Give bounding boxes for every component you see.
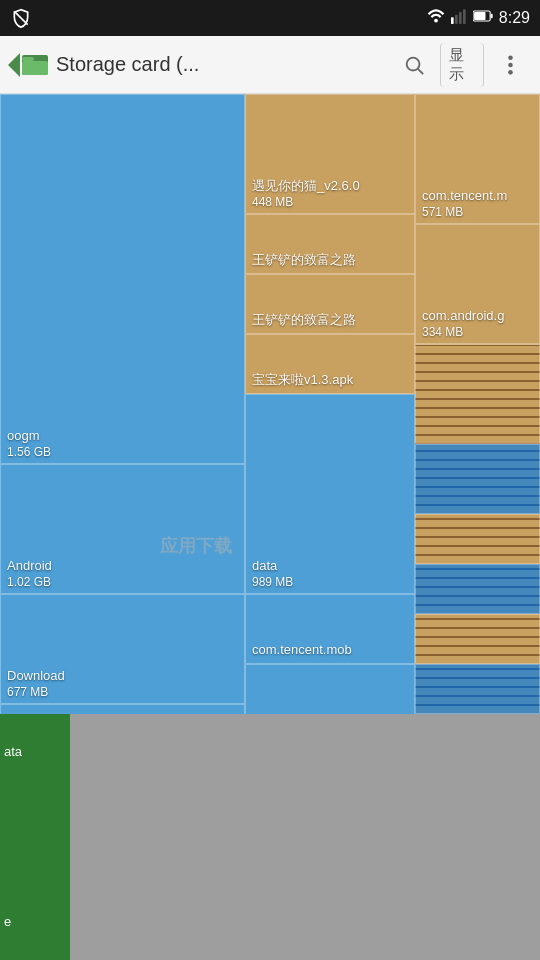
block-label-baobao: 宝宝来啦v1.3.apk [252, 372, 408, 389]
svg-marker-9 [8, 53, 20, 77]
status-bar: 8:29 [0, 0, 540, 36]
treemap-block-right-stripe1[interactable] [415, 344, 540, 444]
data-partial-label: ata [4, 744, 22, 759]
treemap-block-download[interactable]: Download677 MB [0, 594, 245, 704]
svg-rect-4 [459, 12, 462, 24]
block-size-download: 677 MB [7, 685, 238, 699]
toolbar: Storage card (... 显示 [0, 36, 540, 94]
treemap-block-right-stripe4[interactable] [415, 564, 540, 614]
block-label-oogm: oogm [7, 428, 238, 445]
treemap-block-android-right[interactable]: com.android.g334 MB [415, 224, 540, 344]
block-size-android: 1.02 GB [7, 575, 238, 589]
block-label-download: Download [7, 668, 238, 685]
treemap-block-baobao[interactable]: 宝宝来啦v1.3.apk [245, 334, 415, 394]
toolbar-actions: 显示 [392, 43, 532, 87]
wifi-icon [427, 9, 445, 27]
status-icons: 8:29 [427, 8, 530, 28]
time-display: 8:29 [499, 9, 530, 27]
block-label-android: Android [7, 558, 238, 575]
battery-icon [473, 9, 493, 27]
treemap-block-data[interactable]: data989 MB [245, 394, 415, 594]
toolbar-title: Storage card (... [56, 53, 392, 76]
block-size-android-right: 334 MB [422, 325, 533, 339]
block-size-data: 989 MB [252, 575, 408, 589]
treemap-block-wang1[interactable]: 王铲铲的致富之路 [245, 214, 415, 274]
block-label-wang2: 王铲铲的致富之路 [252, 312, 408, 329]
block-size-oogm: 1.56 GB [7, 445, 238, 459]
treemap-block-right-stripe6[interactable] [415, 664, 540, 714]
treemap-block-right-stripe3[interactable] [415, 514, 540, 564]
treemap-block-tencent-mob[interactable]: com.tencent.mob [245, 594, 415, 664]
status-left [10, 7, 32, 29]
svg-rect-12 [22, 61, 48, 75]
e-partial-label: e [4, 914, 11, 929]
block-label-wang1: 王铲铲的致富之路 [252, 252, 408, 269]
svg-point-17 [508, 70, 513, 75]
treemap-block-tencent-right-top[interactable]: com.tencent.m571 MB [415, 94, 540, 224]
more-options-button[interactable] [488, 43, 532, 87]
green-sidebar: ata e [0, 714, 70, 960]
main-content: oogm1.56 GB遇见你的猫_v2.6.0448 MB王铲铲的致富之路王铲铲… [0, 94, 540, 960]
svg-point-1 [434, 19, 438, 23]
treemap-block-android[interactable]: Android1.02 GB [0, 464, 245, 594]
svg-line-14 [418, 69, 423, 74]
treemap-block-wang2[interactable]: 王铲铲的致富之路 [245, 274, 415, 334]
block-label-tencent-right-top: com.tencent.m [422, 188, 533, 205]
app-logo [8, 47, 48, 83]
svg-rect-7 [474, 12, 485, 20]
block-label-android-right: com.android.g [422, 308, 533, 325]
svg-rect-2 [451, 17, 454, 24]
svg-point-15 [508, 55, 513, 60]
treemap-block-right-stripe2[interactable] [415, 444, 540, 514]
block-label-tencent-mob: com.tencent.mob [252, 642, 408, 659]
block-size-tencent-right-top: 571 MB [422, 205, 533, 219]
block-label-data: data [252, 558, 408, 575]
svg-rect-8 [490, 14, 492, 18]
signal-icon [451, 8, 467, 28]
shield-off-icon [10, 7, 32, 29]
svg-rect-5 [463, 9, 466, 24]
treemap-block-right-stripe5[interactable] [415, 614, 540, 664]
svg-rect-3 [455, 15, 458, 24]
treemap-block-maomao[interactable]: 遇见你的猫_v2.6.0448 MB [245, 94, 415, 214]
display-button[interactable]: 显示 [440, 43, 484, 87]
search-button[interactable] [392, 43, 436, 87]
block-label-maomao: 遇见你的猫_v2.6.0 [252, 178, 408, 195]
bottom-area: ata e [0, 714, 540, 960]
svg-point-13 [407, 57, 420, 70]
treemap[interactable]: oogm1.56 GB遇见你的猫_v2.6.0448 MB王铲铲的致富之路王铲铲… [0, 94, 540, 714]
treemap-block-oogm[interactable]: oogm1.56 GB [0, 94, 245, 464]
svg-rect-11 [22, 57, 34, 61]
svg-point-16 [508, 62, 513, 67]
block-size-maomao: 448 MB [252, 195, 408, 209]
